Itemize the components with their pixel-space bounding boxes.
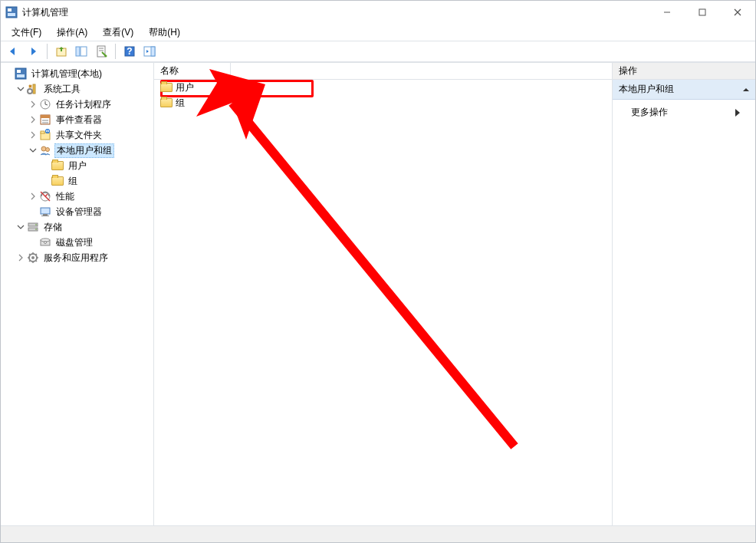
menu-help[interactable]: 帮助(H) <box>141 25 188 41</box>
actions-panel-title: 操作 <box>613 63 755 80</box>
tree-node[interactable]: 设备管理器 <box>1 204 153 219</box>
expander-icon[interactable] <box>28 130 38 140</box>
list-item-label: 组 <box>176 97 185 110</box>
svg-point-49 <box>31 256 35 259</box>
users-icon <box>39 144 51 156</box>
up-button[interactable] <box>52 43 71 60</box>
svg-rect-21 <box>33 84 35 94</box>
svg-rect-27 <box>41 115 50 118</box>
expander-icon[interactable] <box>28 146 38 155</box>
svg-point-22 <box>28 89 32 94</box>
collapse-icon <box>743 87 749 93</box>
tree-node[interactable]: 用户 <box>1 158 153 173</box>
tree-node[interactable]: 存储 <box>1 219 153 235</box>
tools-icon <box>27 83 39 95</box>
expander-icon[interactable] <box>16 222 25 232</box>
svg-text:?: ? <box>127 46 132 57</box>
tree-node[interactable]: 服务和应用程序 <box>1 250 153 265</box>
storage-icon <box>27 221 39 233</box>
svg-rect-20 <box>17 74 25 77</box>
help-button[interactable]: ? <box>120 43 139 60</box>
svg-point-33 <box>41 146 46 151</box>
svg-rect-38 <box>41 208 50 214</box>
maximize-button[interactable] <box>685 1 720 24</box>
svg-point-43 <box>35 224 37 225</box>
toolbar: ? <box>1 41 755 62</box>
tree-node-label: 性能 <box>54 190 76 203</box>
svg-rect-8 <box>76 47 80 56</box>
list-view: 名称 用户组 <box>154 63 613 525</box>
tree-node-label: 用户 <box>67 160 88 173</box>
minimize-button[interactable] <box>649 1 685 24</box>
tree-node-label: 设备管理器 <box>54 206 104 219</box>
tree-node[interactable]: 性能 <box>1 189 153 204</box>
show-action-pane-button[interactable] <box>140 43 159 60</box>
svg-rect-1 <box>8 8 12 12</box>
svg-rect-39 <box>43 214 48 216</box>
actions-context-label: 本地用户和组 <box>619 83 674 96</box>
disk-icon <box>39 236 51 248</box>
action-item-label: 更多操作 <box>631 106 668 119</box>
expander-icon[interactable] <box>16 253 25 262</box>
list-item[interactable]: 组 <box>154 95 612 110</box>
actions-context-header[interactable]: 本地用户和组 <box>613 80 755 100</box>
menu-view[interactable]: 查看(V) <box>95 25 141 41</box>
svg-rect-40 <box>41 216 49 216</box>
tree-node-label: 任务计划程序 <box>54 98 113 111</box>
folder-icon <box>160 97 173 109</box>
mgmt-icon <box>15 67 27 80</box>
tree-node[interactable]: 系统工具 <box>1 81 153 97</box>
navigation-tree[interactable]: 计算机管理(本地)系统工具任务计划程序事件查看器共享文件夹本地用户和组用户组性能… <box>1 63 154 525</box>
list-header: 名称 <box>154 63 612 80</box>
close-button[interactable] <box>720 1 755 24</box>
forward-button[interactable] <box>24 43 42 60</box>
submenu-arrow-icon <box>735 109 740 117</box>
tree-node[interactable]: 计算机管理(本地) <box>1 66 153 81</box>
tree-node[interactable]: 磁盘管理 <box>1 235 153 250</box>
app-icon <box>5 6 18 18</box>
window-title: 计算机管理 <box>22 6 68 19</box>
tree-node[interactable]: 任务计划程序 <box>1 97 153 112</box>
column-header-name[interactable]: 名称 <box>154 63 231 79</box>
tree-node-label: 本地用户和组 <box>54 143 114 158</box>
list-body: 用户组 <box>154 80 612 525</box>
tree-node-label: 共享文件夹 <box>54 129 104 142</box>
expander-icon[interactable] <box>28 115 38 124</box>
expander-icon[interactable] <box>16 84 25 94</box>
properties-button[interactable] <box>92 43 110 60</box>
expander-icon[interactable] <box>28 192 38 201</box>
tree-node-label: 服务和应用程序 <box>42 252 110 265</box>
event-icon <box>39 114 51 126</box>
folder-icon <box>51 160 64 172</box>
toolbar-separator <box>47 44 48 59</box>
list-item[interactable]: 用户 <box>154 80 612 95</box>
svg-point-44 <box>35 229 37 230</box>
tree-node-label: 存储 <box>42 221 64 234</box>
tree-node-label: 计算机管理(本地) <box>30 67 104 81</box>
tree-node[interactable]: 组 <box>1 173 153 189</box>
services-icon <box>27 252 39 264</box>
statusbar <box>1 525 755 542</box>
expander-icon[interactable] <box>28 100 38 109</box>
device-icon <box>39 206 51 218</box>
tree-node[interactable]: 事件查看器 <box>1 112 153 127</box>
share-icon <box>39 129 51 141</box>
show-hide-tree-button[interactable] <box>72 43 90 60</box>
menubar: 文件(F) 操作(A) 查看(V) 帮助(H) <box>1 24 755 41</box>
titlebar: 计算机管理 <box>1 1 755 24</box>
tree-node-label: 磁盘管理 <box>54 236 94 249</box>
back-button[interactable] <box>4 43 22 60</box>
tree-node-label: 组 <box>67 175 79 188</box>
svg-rect-2 <box>8 13 15 16</box>
menu-action[interactable]: 操作(A) <box>49 25 95 41</box>
svg-rect-31 <box>41 131 44 133</box>
tree-node[interactable]: 共享文件夹 <box>1 127 153 143</box>
tree-node[interactable]: 本地用户和组 <box>1 143 153 158</box>
svg-point-13 <box>105 55 107 58</box>
action-more-operations[interactable]: 更多操作 <box>613 103 755 122</box>
toolbar-separator <box>115 44 116 59</box>
folder-icon <box>160 81 173 94</box>
menu-file[interactable]: 文件(F) <box>4 25 49 41</box>
svg-rect-17 <box>151 47 155 56</box>
svg-rect-19 <box>17 70 21 73</box>
